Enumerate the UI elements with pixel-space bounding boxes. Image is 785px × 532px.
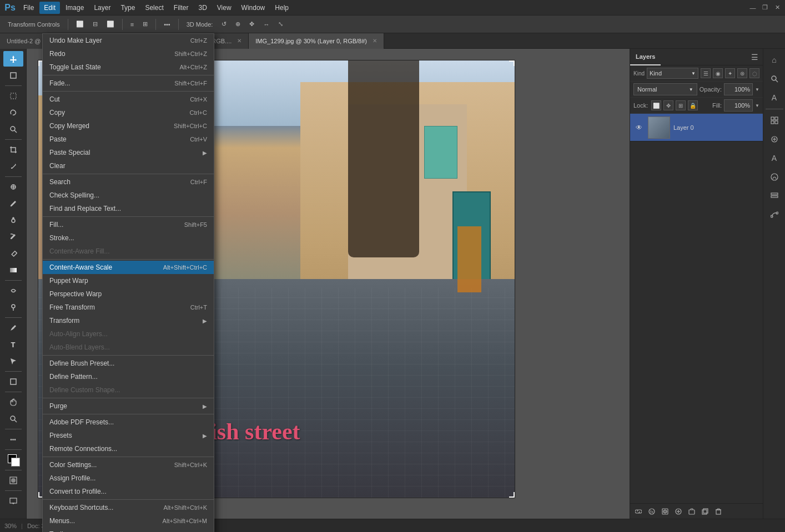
menu-assign-profile[interactable]: Assign Profile...	[43, 472, 214, 485]
tool-shape[interactable]	[3, 374, 23, 389]
tool-eyedropper[interactable]	[3, 159, 23, 174]
menu-toggle-state[interactable]: Toggle Last State Alt+Ctrl+Z	[43, 60, 214, 74]
lock-pixels-icon[interactable]: ⬜	[651, 100, 661, 110]
panel-icon-adjustments[interactable]: A	[766, 149, 783, 167]
menu-undo[interactable]: Undo Make Layer Ctrl+Z	[43, 34, 214, 47]
tool-brush[interactable]	[3, 196, 23, 211]
tab-2-close[interactable]: ✕	[237, 38, 241, 44]
tool-move[interactable]	[3, 51, 23, 67]
align-center-h[interactable]: ⊟	[89, 19, 101, 29]
menu-layer[interactable]: Layer	[89, 2, 115, 14]
menu-transform[interactable]: Transform ▶	[43, 314, 214, 327]
menu-purge[interactable]: Purge ▶	[43, 399, 214, 413]
menu-edit[interactable]: Edit	[39, 2, 60, 14]
tool-more[interactable]: •••	[3, 432, 23, 447]
menu-stroke[interactable]: Stroke...	[43, 231, 214, 245]
filter-smart-icon[interactable]: ⊛	[737, 68, 747, 78]
filter-type-icon[interactable]: ☰	[701, 68, 711, 78]
menu-toolbar[interactable]: Toolbar...	[43, 528, 214, 532]
lock-all-icon[interactable]: 🔒	[688, 100, 698, 110]
opacity-value[interactable]: 100%	[724, 83, 753, 95]
menu-find-replace[interactable]: Find and Replace Text...	[43, 202, 214, 215]
menu-type[interactable]: Type	[116, 2, 139, 14]
align-left[interactable]: ⬜	[73, 19, 87, 29]
tool-path-selection[interactable]	[3, 353, 23, 369]
menu-select[interactable]: Select	[140, 2, 168, 14]
tool-zoom[interactable]	[3, 411, 23, 427]
menu-convert-profile[interactable]: Convert to Profile...	[43, 485, 214, 498]
menu-image[interactable]: Image	[61, 2, 88, 14]
menu-content-aware-scale[interactable]: Content-Aware Scale Alt+Shift+Ctrl+C	[43, 261, 214, 274]
add-mask-icon[interactable]	[659, 505, 671, 518]
tool-marquee-rect[interactable]	[3, 88, 23, 104]
menu-file[interactable]: File	[19, 2, 38, 14]
menu-fade[interactable]: Fade... Shift+Ctrl+F	[43, 77, 214, 90]
panel-icon-learn[interactable]: A	[766, 89, 783, 107]
filter-adjustment-icon[interactable]: ✦	[725, 68, 735, 78]
panel-icon-properties[interactable]	[766, 130, 783, 148]
menu-puppet-warp[interactable]: Puppet Warp	[43, 274, 214, 287]
panel-icon-search[interactable]	[766, 70, 783, 88]
3d-slide[interactable]: ↔	[260, 20, 273, 29]
distribute-v[interactable]: ⊞	[139, 19, 151, 29]
menu-define-brush[interactable]: Define Brush Preset...	[43, 357, 214, 370]
panel-menu-icon[interactable]: ☰	[747, 53, 763, 62]
menu-cut[interactable]: Cut Ctrl+X	[43, 93, 214, 106]
minimize-button[interactable]: —	[747, 2, 758, 13]
kind-dropdown[interactable]: Kind ▼	[647, 68, 698, 79]
tool-pen[interactable]	[3, 320, 23, 336]
delete-layer-icon[interactable]	[712, 505, 724, 518]
restore-button[interactable]: ❐	[759, 2, 771, 13]
menu-paste[interactable]: Paste Ctrl+V	[43, 133, 214, 146]
menu-3d[interactable]: 3D	[194, 2, 211, 14]
tool-blur[interactable]	[3, 283, 23, 298]
fill-value[interactable]: 100%	[724, 99, 753, 112]
menu-check-spelling[interactable]: Check Spelling...	[43, 189, 214, 202]
new-layer-icon[interactable]	[699, 505, 711, 518]
close-button[interactable]: ✕	[772, 2, 783, 13]
menu-filter[interactable]: Filter	[169, 2, 193, 14]
menu-search[interactable]: Search Ctrl+F	[43, 175, 214, 189]
menu-keyboard-shortcuts[interactable]: Keyboard Shortcuts... Alt+Shift+Ctrl+K	[43, 501, 214, 514]
tool-eraser[interactable]	[3, 246, 23, 261]
menu-window[interactable]: Window	[237, 2, 270, 14]
tool-screen-mode[interactable]	[3, 493, 23, 509]
menu-color-settings[interactable]: Color Settings... Shift+Ctrl+K	[43, 458, 214, 472]
menu-define-pattern[interactable]: Define Pattern...	[43, 370, 214, 383]
tool-clone-stamp[interactable]	[3, 212, 23, 228]
layers-tab[interactable]: Layers	[630, 49, 661, 65]
menu-pdf-presets[interactable]: Adobe PDF Presets...	[43, 416, 214, 429]
tool-hand[interactable]	[3, 394, 23, 410]
3d-pan[interactable]: ✥	[246, 19, 258, 29]
tab-3-close[interactable]: ✕	[373, 38, 377, 44]
menu-copy-merged[interactable]: Copy Merged Shift+Ctrl+C	[43, 119, 214, 133]
menu-remote-connections[interactable]: Remote Connections...	[43, 442, 214, 455]
menu-clear[interactable]: Clear	[43, 159, 214, 173]
menu-free-transform[interactable]: Free Transform Ctrl+T	[43, 301, 214, 314]
tool-quick-mask[interactable]	[3, 473, 23, 488]
panel-icon-styles[interactable]	[766, 168, 783, 186]
panel-icon-libraries[interactable]	[766, 112, 783, 129]
panel-icon-channels[interactable]	[766, 187, 783, 205]
link-layers-icon[interactable]	[632, 505, 645, 518]
foreground-background-colors[interactable]	[4, 452, 22, 468]
more-options[interactable]: •••	[160, 20, 174, 29]
menu-view[interactable]: View	[213, 2, 236, 14]
menu-copy[interactable]: Copy Ctrl+C	[43, 106, 214, 119]
menu-help[interactable]: Help	[270, 2, 293, 14]
filter-toggle[interactable]: ◌	[749, 68, 759, 78]
tool-artboard[interactable]	[3, 68, 23, 83]
lock-position-icon[interactable]: ✥	[663, 100, 673, 110]
menu-fill[interactable]: Fill... Shift+F5	[43, 218, 214, 231]
menu-perspective-warp[interactable]: Perspective Warp	[43, 287, 214, 301]
tool-type[interactable]: T	[3, 337, 23, 352]
tab-3[interactable]: IMG_1299.jpg @ 30% (Layer 0, RGB/8#) ✕	[249, 33, 384, 49]
menu-paste-special[interactable]: Paste Special ▶	[43, 146, 214, 159]
tool-quick-select[interactable]	[3, 121, 23, 137]
3d-rotate[interactable]: ↺	[218, 19, 230, 29]
3d-roll[interactable]: ⊕	[232, 19, 244, 29]
3d-scale[interactable]: ⤡	[275, 19, 286, 29]
tool-history-brush[interactable]	[3, 229, 23, 245]
blend-mode-dropdown[interactable]: Normal ▼	[633, 83, 697, 95]
distribute-h[interactable]: ≡	[127, 20, 137, 29]
